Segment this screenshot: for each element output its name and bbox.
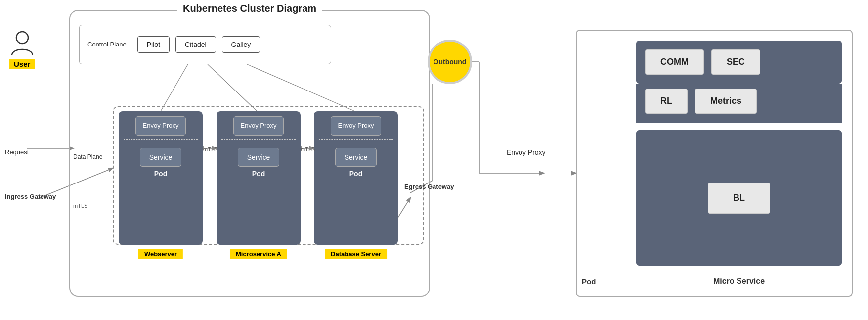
ms-top-row: COMM SEC [636, 41, 842, 84]
pod-microservice-a: Envoy Proxy Service Pod Microservice A [217, 111, 301, 245]
data-plane-label: Data Plane [73, 153, 102, 160]
egress-gateway-label: Egress Gateway [404, 183, 454, 190]
pod-database-server: Envoy Proxy Service Pod Database Server [314, 111, 398, 245]
user-section: User [9, 30, 35, 69]
outbound-circle: Outbound [428, 40, 472, 84]
pod-label-3: Pod [349, 170, 362, 178]
envoy-proxy-pod2: Envoy Proxy [233, 116, 284, 136]
citadel-box: Citadel [175, 36, 216, 53]
ingress-gateway-label: Ingress Gateway [5, 193, 56, 200]
database-server-label: Database Server [325, 249, 387, 259]
control-plane-label: Control Plane [87, 41, 127, 49]
micro-service-label: Micro Service [636, 277, 842, 286]
envoy-proxy-pod3: Envoy Proxy [331, 116, 382, 136]
service-pod1: Service [140, 148, 182, 167]
pod-webserver: Envoy Proxy Service Pod Webserver [119, 111, 203, 245]
mtls-label-1: mTLS [203, 146, 217, 152]
mtls-label-2: mTLS [301, 146, 315, 152]
microservice-a-label: Microservice A [230, 249, 287, 259]
user-icon [10, 30, 35, 57]
metrics-box: Metrics [695, 89, 757, 114]
svg-point-18 [16, 32, 28, 44]
envoy-proxy-right-label: Envoy Proxy [507, 148, 546, 156]
pilot-box: Pilot [137, 36, 170, 53]
request-label: Request [5, 148, 29, 156]
sec-box: SEC [711, 49, 760, 75]
pod-label-2: Pod [252, 170, 265, 178]
pod-divider-3 [319, 139, 393, 140]
control-plane-box: Control Plane Pilot Citadel Galley [79, 25, 331, 64]
ms-mid-row: RL Metrics [636, 84, 842, 123]
envoy-proxy-pod1: Envoy Proxy [135, 116, 186, 136]
pod-divider-2 [221, 139, 296, 140]
service-pod2: Service [238, 148, 280, 167]
bl-box: BL [708, 183, 770, 214]
diagram-container: User Request Ingress Gateway mTLS Kubern… [0, 0, 868, 320]
ms-pod-label: Pod [582, 277, 631, 286]
rl-box: RL [645, 89, 688, 114]
micro-service-panel: Pod COMM SEC RL Metrics BL Micro Service [576, 30, 853, 297]
service-pod3: Service [335, 148, 377, 167]
comm-box: COMM [645, 49, 704, 75]
ms-left-section: Pod [577, 31, 631, 296]
galley-box: Galley [222, 36, 260, 53]
pod-divider-1 [124, 139, 198, 140]
ms-right-section: COMM SEC RL Metrics BL Micro Service [631, 31, 852, 296]
webserver-label: Webserver [138, 249, 183, 259]
k8s-title: Kubernetes Cluster Diagram [177, 3, 322, 14]
pod-label-1: Pod [154, 170, 167, 178]
ms-bottom-row: BL [636, 130, 842, 266]
user-label: User [9, 59, 35, 69]
